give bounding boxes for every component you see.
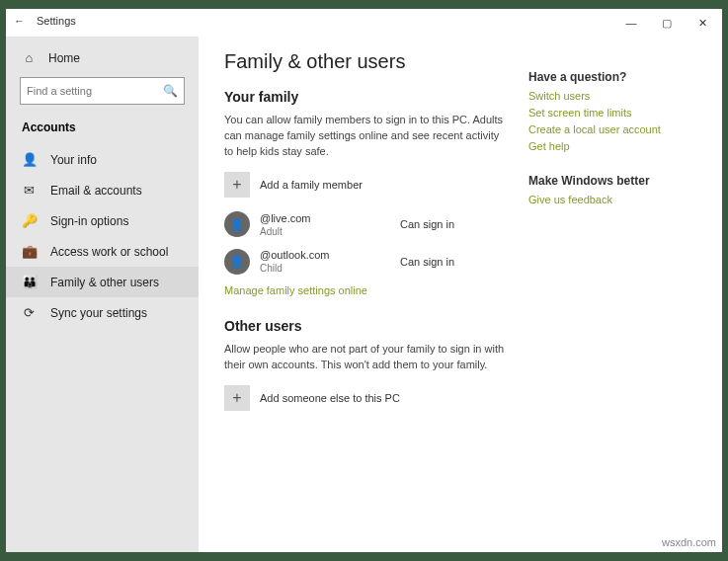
- briefcase-icon: 💼: [22, 244, 37, 259]
- watermark: wsxdn.com: [662, 536, 716, 548]
- sidebar-item-label: Sync your settings: [50, 306, 147, 320]
- family-member-row[interactable]: 👤 @live.com Adult Can sign in: [224, 211, 509, 238]
- member-role: Adult: [260, 225, 400, 238]
- add-family-label: Add a family member: [260, 179, 363, 191]
- feedback-link[interactable]: Give us feedback: [528, 194, 696, 205]
- close-button[interactable]: ✕: [685, 9, 720, 37]
- sidebar-item-label: Family & other users: [50, 276, 159, 289]
- member-email: @outlook.com: [260, 248, 400, 262]
- help-link-local-account[interactable]: Create a local user account: [528, 123, 696, 135]
- mail-icon: ✉: [22, 183, 37, 198]
- key-icon: 🔑: [22, 213, 37, 228]
- person-icon: 👤: [22, 152, 37, 167]
- member-email: @live.com: [260, 211, 400, 225]
- help-link-switch-users[interactable]: Switch users: [528, 90, 696, 102]
- sidebar-item-sync[interactable]: ⟳ Sync your settings: [6, 297, 199, 328]
- family-icon: 👪: [22, 275, 37, 289]
- aside-column: Have a question? Switch users Set screen…: [528, 50, 696, 552]
- sidebar-item-work-school[interactable]: 💼 Access work or school: [6, 236, 199, 267]
- sidebar-item-your-info[interactable]: 👤 Your info: [6, 144, 199, 175]
- question-heading: Have a question?: [528, 70, 696, 84]
- add-other-label: Add someone else to this PC: [260, 392, 400, 404]
- help-link-screen-time[interactable]: Set screen time limits: [528, 107, 696, 119]
- avatar-icon: 👤: [224, 211, 250, 237]
- other-users-heading: Other users: [224, 318, 509, 334]
- your-family-desc: You can allow family members to sign in …: [224, 113, 509, 160]
- sidebar-item-signin[interactable]: 🔑 Sign-in options: [6, 205, 199, 236]
- plus-icon: +: [224, 172, 250, 198]
- sidebar-item-label: Email & accounts: [50, 184, 142, 198]
- other-users-desc: Allow people who are not part of your fa…: [224, 342, 509, 373]
- sidebar: ⌂ Home 🔍 Accounts 👤 Your info ✉ Email & …: [6, 37, 199, 552]
- help-link-get-help[interactable]: Get help: [528, 140, 696, 152]
- feedback-heading: Make Windows better: [528, 174, 696, 188]
- your-family-heading: Your family: [224, 89, 509, 105]
- manage-family-link[interactable]: Manage family settings online: [224, 284, 509, 296]
- sidebar-item-label: Sign-in options: [50, 214, 128, 228]
- plus-icon: +: [224, 385, 250, 411]
- sidebar-item-family[interactable]: 👪 Family & other users: [6, 267, 199, 297]
- home-label: Home: [48, 51, 80, 65]
- content-area: Family & other users Your family You can…: [199, 37, 722, 552]
- window-controls: — ▢ ✕: [613, 9, 720, 37]
- member-status: Can sign in: [400, 256, 509, 268]
- category-header: Accounts: [6, 117, 199, 144]
- avatar-icon: 👤: [224, 249, 250, 275]
- window-title: Settings: [37, 15, 76, 27]
- search-input[interactable]: [27, 85, 163, 97]
- sidebar-item-label: Your info: [50, 153, 97, 167]
- add-other-user-button[interactable]: + Add someone else to this PC: [224, 385, 509, 411]
- home-button[interactable]: ⌂ Home: [6, 44, 199, 77]
- member-role: Child: [260, 262, 400, 275]
- search-icon: 🔍: [163, 84, 178, 98]
- back-icon[interactable]: ←: [14, 15, 25, 27]
- main-column: Family & other users Your family You can…: [224, 50, 528, 552]
- maximize-button[interactable]: ▢: [649, 9, 685, 37]
- settings-window: ← Settings — ▢ ✕ ⌂ Home 🔍 Accounts 👤 You…: [6, 9, 722, 552]
- search-box[interactable]: 🔍: [20, 77, 185, 105]
- sidebar-item-label: Access work or school: [50, 245, 168, 259]
- home-icon: ⌂: [22, 50, 37, 65]
- minimize-button[interactable]: —: [613, 9, 649, 37]
- member-status: Can sign in: [400, 218, 509, 230]
- sync-icon: ⟳: [22, 305, 37, 320]
- add-family-member-button[interactable]: + Add a family member: [224, 172, 509, 198]
- page-title: Family & other users: [224, 50, 509, 73]
- family-member-row[interactable]: 👤 @outlook.com Child Can sign in: [224, 248, 509, 275]
- titlebar: ← Settings — ▢ ✕: [6, 9, 722, 37]
- sidebar-item-email[interactable]: ✉ Email & accounts: [6, 175, 199, 205]
